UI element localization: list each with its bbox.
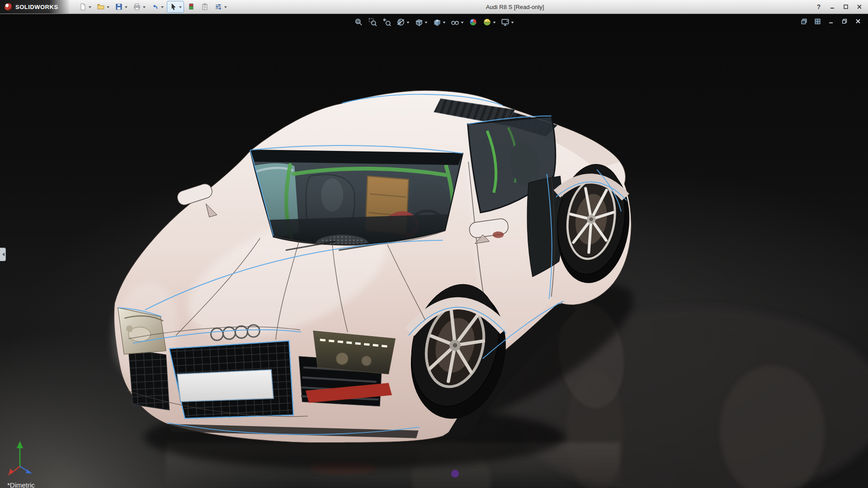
zoom-to-area-icon: [368, 18, 377, 27]
floor-fragment: [451, 470, 459, 478]
window-controls: ?: [812, 0, 866, 14]
previous-view-button[interactable]: [381, 16, 393, 28]
3d-scene[interactable]: [0, 14, 868, 488]
zoom-to-area-button[interactable]: [367, 16, 379, 28]
feature-manager-collapsed-tab[interactable]: [0, 248, 6, 261]
edit-color-icon: [187, 3, 195, 11]
section-view-icon: [396, 18, 406, 27]
new-file-button[interactable]: [76, 1, 94, 13]
document-title: Audi R8 S [Read-only]: [486, 0, 544, 14]
print-icon: [133, 3, 141, 11]
view-settings-icon: [501, 18, 510, 27]
apply-scene-button[interactable]: [481, 16, 498, 28]
dropdown-caret-icon[interactable]: [407, 22, 410, 25]
options-sliders-icon: [214, 3, 222, 11]
view-orientation-label: *Dimetric: [7, 481, 35, 488]
cascade-windows-icon: [801, 18, 807, 25]
license-plate[interactable]: [177, 370, 274, 402]
minimize-icon: [828, 18, 834, 24]
view-orientation-button[interactable]: [413, 16, 429, 28]
solidworks-logo: SOLIDWORKS: [0, 0, 70, 14]
title-bar: SOLIDWORKS: [0, 0, 868, 14]
previous-view-icon: [382, 18, 392, 27]
view-cube-icon: [415, 18, 424, 27]
dropdown-caret-icon[interactable]: [179, 6, 182, 9]
save-button[interactable]: [113, 1, 130, 13]
brand-name: SOLIDWORKS: [15, 4, 58, 10]
appearance-sphere-icon: [469, 18, 478, 27]
expand-panel-arrow-icon: [0, 253, 5, 256]
section-view-button[interactable]: [395, 16, 411, 28]
restore-icon: [841, 18, 848, 24]
graphics-area[interactable]: *Dimetric: [0, 14, 868, 488]
cascade-windows-button[interactable]: [799, 17, 808, 25]
select-arrow-icon: [169, 3, 177, 11]
document-window-controls: [799, 17, 863, 25]
new-file-icon: [79, 3, 87, 11]
dropdown-caret-icon[interactable]: [425, 22, 428, 25]
maximize-button[interactable]: [839, 1, 853, 12]
heads-up-view-toolbar: [353, 16, 516, 28]
close-button[interactable]: [853, 1, 866, 12]
tile-windows-button[interactable]: [813, 17, 822, 25]
dropdown-caret-icon[interactable]: [493, 22, 496, 25]
restore-document-button[interactable]: [840, 17, 849, 25]
dropdown-caret-icon[interactable]: [143, 6, 146, 9]
select-button[interactable]: [167, 1, 184, 13]
dassault-systemes-logo-icon: [5, 3, 12, 11]
headlight-right[interactable]: [313, 331, 395, 374]
minimize-document-button[interactable]: [826, 17, 835, 25]
maximize-icon: [843, 4, 849, 9]
glasses-icon: [451, 18, 460, 27]
dropdown-caret-icon[interactable]: [107, 6, 109, 9]
close-icon: [855, 18, 861, 24]
zoom-to-fit-button[interactable]: [353, 16, 365, 28]
close-document-button[interactable]: [854, 17, 863, 25]
display-style-cube-icon: [433, 18, 442, 27]
scene-sphere-icon: [483, 18, 492, 27]
main-toolbar: [76, 1, 229, 13]
help-button[interactable]: ?: [812, 1, 826, 12]
hide-show-items-button[interactable]: [449, 16, 466, 28]
save-icon: [115, 3, 123, 11]
view-settings-button[interactable]: [499, 16, 516, 28]
undo-icon: [151, 3, 159, 11]
clipboard-icon: [201, 3, 209, 11]
edit-color-button[interactable]: [185, 1, 198, 13]
orientation-triad[interactable]: [6, 437, 42, 476]
open-button[interactable]: [94, 1, 112, 13]
dropdown-caret-icon[interactable]: [224, 6, 227, 9]
minimize-button[interactable]: [826, 1, 839, 12]
print-button[interactable]: [131, 1, 148, 13]
dropdown-caret-icon[interactable]: [443, 22, 446, 25]
clipboard-properties-button[interactable]: [198, 1, 211, 13]
dropdown-caret-icon[interactable]: [511, 22, 514, 25]
edit-appearance-button[interactable]: [467, 16, 480, 28]
options-button[interactable]: [212, 1, 229, 13]
tile-windows-icon: [814, 18, 821, 25]
minimize-icon: [830, 4, 835, 9]
undo-button[interactable]: [149, 1, 166, 13]
dropdown-caret-icon[interactable]: [125, 6, 127, 9]
open-folder-icon: [97, 3, 105, 11]
dropdown-caret-icon[interactable]: [461, 22, 464, 25]
zoom-to-fit-icon: [354, 18, 363, 27]
dropdown-caret-icon[interactable]: [161, 6, 164, 9]
display-style-button[interactable]: [431, 16, 448, 28]
dropdown-caret-icon[interactable]: [89, 6, 91, 9]
close-icon: [857, 4, 862, 9]
